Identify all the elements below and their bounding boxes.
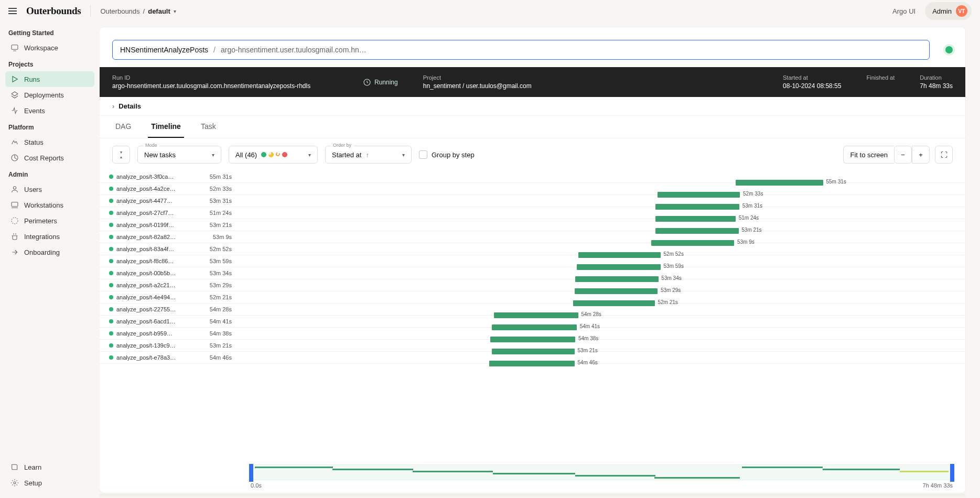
task-status-dot bbox=[109, 199, 113, 203]
minimap-handle-left[interactable] bbox=[249, 464, 253, 482]
task-duration: 52m 21s bbox=[204, 294, 236, 300]
task-status-dot bbox=[109, 187, 113, 191]
started-label: Started at bbox=[783, 74, 841, 81]
task-status-dot bbox=[109, 319, 113, 323]
chevron-down-icon[interactable]: ▾ bbox=[174, 8, 176, 14]
users-icon bbox=[10, 185, 19, 193]
task-bar bbox=[736, 180, 823, 186]
chip-success-icon bbox=[261, 152, 266, 157]
timeline-row[interactable]: analyze_pos/t-83a4f… 52m 52s 52m 52s bbox=[100, 243, 965, 255]
task-duration: 54m 38s bbox=[204, 330, 236, 337]
sidebar-item-cost-reports[interactable]: Cost Reports bbox=[5, 150, 94, 166]
sidebar-item-status[interactable]: Status bbox=[5, 134, 94, 150]
task-bar bbox=[494, 312, 578, 318]
perimeters-icon bbox=[10, 216, 19, 225]
minimap-segment bbox=[742, 467, 823, 468]
order-select[interactable]: Order by Started at ↑ ▾ bbox=[325, 146, 412, 164]
sidebar-item-label: Deployments bbox=[24, 91, 64, 99]
task-bar bbox=[655, 216, 736, 222]
sidebar-item-deployments[interactable]: Deployments bbox=[5, 87, 94, 103]
task-bar bbox=[658, 192, 740, 198]
minimap-segment bbox=[255, 467, 333, 468]
task-duration: 54m 46s bbox=[204, 354, 236, 361]
task-bar-label: 52m 52s bbox=[664, 251, 684, 257]
sidebar-item-label: Setup bbox=[24, 479, 42, 487]
task-name: analyze_pos/t-e78a3… bbox=[116, 354, 176, 361]
chevron-down-icon: ▾ bbox=[402, 152, 405, 158]
run-id-value: argo-hnsentiment.user.tuulosgmail.com.hn… bbox=[112, 82, 338, 90]
argo-ui-link[interactable]: Argo UI bbox=[892, 7, 916, 15]
sidebar: Getting Started WorkspaceProjects Runs D… bbox=[0, 22, 100, 498]
minimap-segment bbox=[575, 475, 656, 477]
menu-toggle-icon[interactable] bbox=[8, 8, 17, 14]
sidebar-item-events[interactable]: Events bbox=[5, 103, 94, 118]
status-filter-select[interactable]: All (46) ▾ bbox=[229, 146, 318, 164]
admin-menu[interactable]: Admin VT bbox=[925, 2, 972, 20]
section-getting_started: Getting Started bbox=[5, 24, 94, 40]
fullscreen-button[interactable]: ⛶ bbox=[935, 146, 953, 164]
zoom-out-button[interactable]: − bbox=[894, 146, 912, 164]
task-name: analyze_pos/t-82a82… bbox=[116, 234, 176, 240]
task-status-dot bbox=[109, 343, 113, 348]
task-name: analyze_pos/t-22755… bbox=[116, 306, 176, 312]
run-search-input[interactable]: HNSentimentAnalyzePosts / argo-hnsentime… bbox=[112, 40, 930, 60]
timeline-row[interactable]: analyze_pos/t-4477… 53m 31s 53m 31s bbox=[100, 195, 965, 207]
details-label: Details bbox=[119, 102, 141, 110]
collapse-expand-button[interactable]: ▾▴ bbox=[112, 146, 130, 164]
task-status-dot bbox=[109, 331, 113, 335]
task-bar-label: 53m 29s bbox=[661, 287, 681, 293]
task-bar-label: 53m 31s bbox=[742, 203, 762, 209]
timeline-row[interactable]: analyze_pos/t-4a2ce… 52m 33s 52m 33s bbox=[100, 183, 965, 195]
events-icon bbox=[10, 106, 19, 115]
timeline-rows[interactable]: analyze_pos/t-3f0ca… 55m 31s 55m 31s ana… bbox=[100, 171, 965, 463]
timeline-row[interactable]: analyze_pos/t-0199f… 53m 21s 53m 21s bbox=[100, 219, 965, 231]
sidebar-item-learn[interactable]: Learn bbox=[5, 459, 94, 475]
run-id-short: argo-hnsentiment.user.tuulosgmail.com.hn… bbox=[221, 46, 367, 54]
task-duration: 54m 41s bbox=[204, 318, 236, 324]
task-bar-label: 54m 28s bbox=[581, 311, 601, 317]
mode-select[interactable]: Mode New tasks ▾ bbox=[137, 146, 221, 164]
sidebar-item-label: Status bbox=[24, 138, 44, 146]
sidebar-item-onboarding[interactable]: Onboarding bbox=[5, 244, 94, 260]
zoom-in-button[interactable]: + bbox=[912, 146, 930, 164]
minimap[interactable] bbox=[251, 464, 953, 480]
task-bar-label: 55m 31s bbox=[826, 179, 846, 185]
timeline-row[interactable]: analyze_pos/t-27cf7… 51m 24s 51m 24s bbox=[100, 207, 965, 219]
tab-task[interactable]: Task bbox=[198, 116, 219, 138]
minimap-handle-right[interactable] bbox=[950, 464, 954, 482]
task-bar bbox=[573, 300, 655, 306]
group-by-step-toggle[interactable]: Group by step bbox=[419, 150, 475, 159]
timeline-row[interactable]: analyze_pos/t-82a82… 53m 9s 53m 9s bbox=[100, 231, 965, 243]
timeline-row[interactable]: analyze_pos/t-a2c21… 53m 29s 53m 29s bbox=[100, 279, 965, 291]
timeline-row[interactable]: analyze_pos/t-3f0ca… 55m 31s 55m 31s bbox=[100, 171, 965, 183]
task-bar-label: 53m 21s bbox=[741, 227, 761, 233]
setup-icon bbox=[10, 479, 19, 487]
task-status-dot bbox=[109, 355, 113, 360]
task-duration: 53m 9s bbox=[204, 234, 236, 240]
task-name: analyze_pos/t-6acd1… bbox=[116, 318, 176, 324]
fit-to-screen-button[interactable]: Fit to screen bbox=[843, 146, 894, 164]
task-duration: 53m 59s bbox=[204, 258, 236, 264]
sidebar-item-workstations[interactable]: Workstations bbox=[5, 197, 94, 213]
details-toggle[interactable]: › Details bbox=[100, 97, 965, 116]
deployments-icon bbox=[10, 91, 19, 99]
sidebar-item-integrations[interactable]: Integrations bbox=[5, 229, 94, 244]
sidebar-item-setup[interactable]: Setup bbox=[5, 475, 94, 491]
task-bar bbox=[490, 337, 576, 342]
task-bar-label: 53m 34s bbox=[661, 275, 681, 281]
sidebar-item-perimeters[interactable]: Perimeters bbox=[5, 213, 94, 229]
svg-point-2 bbox=[13, 187, 16, 189]
timeline-row[interactable]: analyze_pos/t-00b5b… 53m 34s 53m 34s bbox=[100, 267, 965, 279]
tab-dag[interactable]: DAG bbox=[112, 116, 134, 138]
sidebar-item-users[interactable]: Users bbox=[5, 181, 94, 197]
task-name: analyze_pos/t-3f0ca… bbox=[116, 174, 174, 180]
learn-icon bbox=[10, 463, 19, 471]
sidebar-item-workspace[interactable]: Workspace bbox=[5, 40, 94, 56]
timeline-row[interactable]: analyze_pos/t-4e494… 52m 21s 52m 21s bbox=[100, 291, 965, 304]
breadcrumb[interactable]: Outerbounds / default ▾ bbox=[100, 7, 176, 15]
sidebar-item-runs[interactable]: Runs bbox=[5, 71, 94, 87]
timeline-row[interactable]: analyze_pos/t-f8c86… 53m 59s 53m 59s bbox=[100, 255, 965, 267]
order-value: Started at bbox=[332, 151, 361, 159]
timeline-row[interactable]: analyze_pos/t-22755… 54m 28s 54m 28s bbox=[100, 304, 965, 316]
tab-timeline[interactable]: Timeline bbox=[148, 116, 184, 138]
